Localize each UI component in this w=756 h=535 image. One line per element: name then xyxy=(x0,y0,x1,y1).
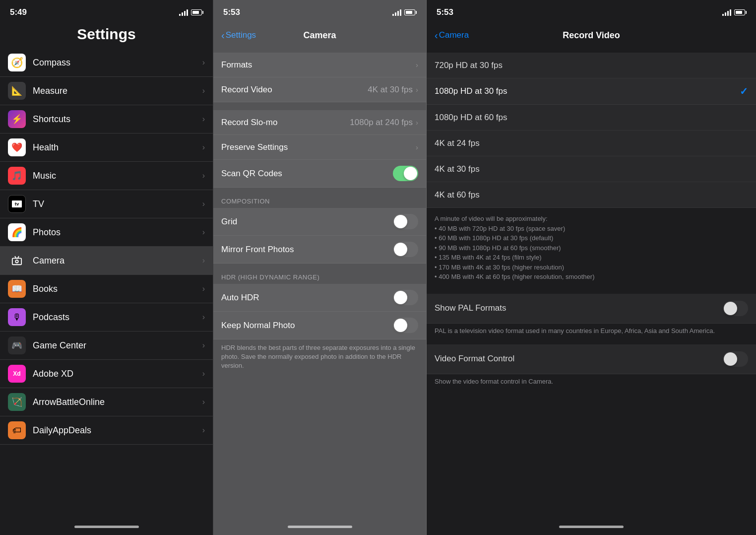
chevron-icon: › xyxy=(202,284,205,293)
svg-text:tv: tv xyxy=(15,201,19,206)
preserve-settings-label: Preserve Settings xyxy=(221,142,416,152)
signal-icon xyxy=(179,9,188,16)
back-to-settings[interactable]: ‹ Settings xyxy=(221,30,256,41)
chevron-icon: › xyxy=(202,341,205,350)
camera-row-record-video[interactable]: Record Video4K at 30 fps› xyxy=(213,77,426,102)
signal-icon-2 xyxy=(392,9,401,16)
record-slomo-value: 1080p at 240 fps xyxy=(350,118,413,128)
sidebar-item-compass[interactable]: 🧭Compass› xyxy=(0,49,213,77)
camera-row-mirror-front[interactable]: Mirror Front Photos xyxy=(213,236,426,264)
camera-row-record-slomo[interactable]: Record Slo-mo1080p at 240 fps› xyxy=(213,110,426,135)
camera-row-keep-normal[interactable]: Keep Normal Photo xyxy=(213,312,426,339)
settings-title: Settings xyxy=(8,26,205,43)
camera-section-1: Record Slo-mo1080p at 240 fps›Preserve S… xyxy=(213,102,426,188)
battery-icon xyxy=(191,9,202,15)
mirror-front-toggle[interactable] xyxy=(393,242,418,257)
home-indicator-2 xyxy=(213,518,426,535)
gamecenter-icon: 🎮 xyxy=(8,336,26,354)
adobexd-icon: Xd xyxy=(8,365,26,383)
show-pal-row[interactable]: Show PAL Formats xyxy=(427,294,756,324)
scan-qr-toggle[interactable] xyxy=(393,166,418,181)
chevron-icon: › xyxy=(202,228,205,237)
sidebar-item-dailyapp[interactable]: 🏷DailyAppDeals› xyxy=(0,416,213,445)
dailyapp-label: DailyAppDeals xyxy=(33,425,202,436)
video-format-control-row[interactable]: Video Format Control xyxy=(427,344,756,374)
tv-label: TV xyxy=(33,199,202,209)
keep-normal-toggle[interactable] xyxy=(393,318,418,333)
camera-row-formats[interactable]: Formats› xyxy=(213,53,426,77)
record-video-title: Record Video xyxy=(563,30,620,41)
status-bar-3: 5:53 xyxy=(427,0,756,22)
sidebar-item-podcasts[interactable]: 🎙Podcasts› xyxy=(0,303,213,332)
sidebar-item-camera[interactable]: Camera› xyxy=(0,247,213,275)
camera-nav-bar: ‹ Settings Camera xyxy=(213,22,426,49)
formats-label: Formats xyxy=(221,60,416,70)
chevron-icon: › xyxy=(416,143,418,151)
compass-label: Compass xyxy=(33,58,202,68)
books-icon: 📖 xyxy=(8,280,26,298)
gamecenter-label: Game Center xyxy=(33,340,202,351)
sidebar-item-music[interactable]: 🎵Music› xyxy=(0,162,213,190)
video-option-1080p30[interactable]: 1080p HD at 30 fps✓ xyxy=(427,78,756,105)
video-option-1080p60[interactable]: 1080p HD at 60 fps xyxy=(427,105,756,131)
chevron-icon: › xyxy=(202,115,205,124)
camera-row-preserve-settings[interactable]: Preserve Settings› xyxy=(213,135,426,160)
sidebar-item-arrowbattle[interactable]: 🏹ArrowBattleOnline› xyxy=(0,388,213,416)
video-option-4k60[interactable]: 4K at 60 fps xyxy=(427,182,756,208)
chevron-icon: › xyxy=(202,171,205,180)
grid-toggle[interactable] xyxy=(393,214,418,229)
status-icons-2 xyxy=(392,9,416,16)
health-label: Health xyxy=(33,142,202,153)
camera-panel: 5:53 ‹ Settings Camera Formats›Record Vi… xyxy=(213,0,427,535)
sidebar-item-photos[interactable]: 🌈Photos› xyxy=(0,218,213,247)
shortcuts-icon: ⚡ xyxy=(8,110,26,128)
video-format-control-toggle[interactable] xyxy=(723,351,748,367)
sidebar-item-adobexd[interactable]: XdAdobe XD› xyxy=(0,360,213,388)
auto-hdr-toggle[interactable] xyxy=(393,290,418,305)
status-icons-1 xyxy=(179,9,203,16)
record-video-panel: 5:53 ‹ Camera Record Video 720p HD at 30… xyxy=(427,0,756,535)
scan-qr-label: Scan QR Codes xyxy=(221,169,393,179)
show-pal-toggle[interactable] xyxy=(723,301,748,316)
camera-row-auto-hdr[interactable]: Auto HDR xyxy=(213,284,426,312)
arrowbattle-label: ArrowBattleOnline xyxy=(33,397,202,407)
chevron-icon: › xyxy=(202,86,205,95)
back-to-camera[interactable]: ‹ Camera xyxy=(435,30,469,41)
camera-nav-title: Camera xyxy=(303,30,336,41)
settings-title-bar: Settings xyxy=(0,22,213,49)
camera-icon xyxy=(8,252,26,269)
section-header-3: HDR (HIGH DYNAMIC RANGE) xyxy=(213,264,426,284)
keep-normal-label: Keep Normal Photo xyxy=(221,321,393,331)
sidebar-item-tv[interactable]: tvTV› xyxy=(0,190,213,218)
camera-section-2: COMPOSITIONGridMirror Front Photos xyxy=(213,188,426,264)
sidebar-item-health[interactable]: ❤️Health› xyxy=(0,134,213,162)
record-video-nav-bar: ‹ Camera Record Video xyxy=(427,22,756,49)
photos-icon: 🌈 xyxy=(8,223,26,241)
chevron-icon: › xyxy=(202,369,205,378)
chevron-icon: › xyxy=(416,85,418,94)
sidebar-item-books[interactable]: 📖Books› xyxy=(0,275,213,303)
video-format-control-label: Video Format Control xyxy=(435,354,723,364)
1080p30-label: 1080p HD at 30 fps xyxy=(435,86,740,96)
sidebar-item-gamecenter[interactable]: 🎮Game Center› xyxy=(0,332,213,360)
camera-row-scan-qr[interactable]: Scan QR Codes xyxy=(213,160,426,188)
camera-section-list: Formats›Record Video4K at 30 fps›Record … xyxy=(213,49,426,518)
video-option-4k30[interactable]: 4K at 30 fps xyxy=(427,156,756,182)
pal-note: PAL is a television video format used in… xyxy=(427,324,756,340)
dailyapp-icon: 🏷 xyxy=(8,421,26,439)
camera-row-grid[interactable]: Grid xyxy=(213,208,426,236)
svg-rect-2 xyxy=(12,258,21,265)
sidebar-item-shortcuts[interactable]: ⚡Shortcuts› xyxy=(0,105,213,134)
chevron-icon: › xyxy=(416,61,418,69)
tv-icon: tv xyxy=(8,195,26,213)
show-pal-label: Show PAL Formats xyxy=(435,303,723,313)
record-video-section-list: 720p HD at 30 fps1080p HD at 30 fps✓1080… xyxy=(427,49,756,518)
time-1: 5:49 xyxy=(10,7,27,17)
video-option-4k24[interactable]: 4K at 24 fps xyxy=(427,131,756,156)
back-chevron: ‹ xyxy=(221,30,225,41)
auto-hdr-label: Auto HDR xyxy=(221,293,393,303)
video-option-720p30[interactable]: 720p HD at 30 fps xyxy=(427,53,756,78)
settings-list: 🧭Compass›📐Measure›⚡Shortcuts›❤️Health›🎵M… xyxy=(0,49,213,518)
sidebar-item-measure[interactable]: 📐Measure› xyxy=(0,77,213,105)
photos-label: Photos xyxy=(33,227,202,238)
